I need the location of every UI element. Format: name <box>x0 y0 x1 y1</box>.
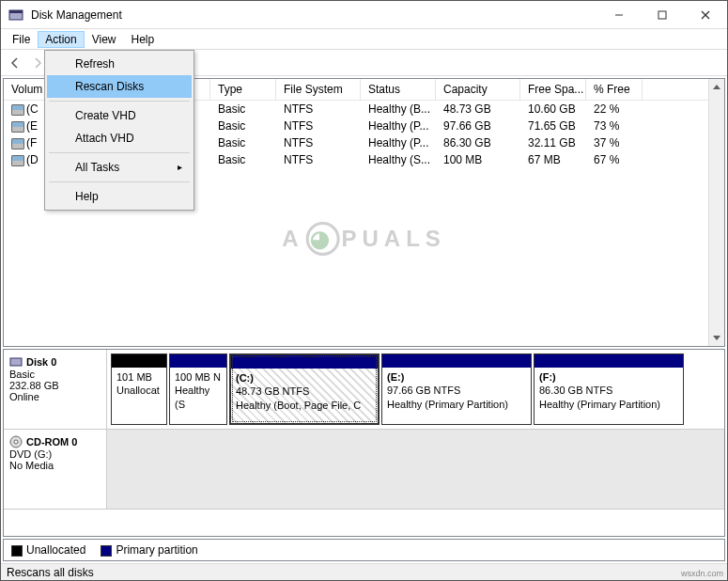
close-button[interactable] <box>684 1 727 29</box>
legend-primary: Primary partition <box>101 543 197 557</box>
col-status[interactable]: Status <box>361 79 436 100</box>
col-freespace[interactable]: Free Spa... <box>520 79 586 100</box>
disk-row: CD-ROM 0DVD (G:)No Media <box>4 430 724 510</box>
attribution: wsxdn.com <box>681 569 723 578</box>
menu-all-tasks[interactable]: All Tasks▸ <box>47 156 192 179</box>
disk-info[interactable]: CD-ROM 0DVD (G:)No Media <box>4 430 107 509</box>
drive-icon <box>11 104 24 116</box>
menu-rescan-disks[interactable]: Rescan Disks <box>47 75 192 98</box>
graphical-pane: Disk 0Basic232.88 GBOnline101 MBUnalloca… <box>3 349 725 537</box>
drive-icon <box>11 155 24 166</box>
menu-help-item[interactable]: Help <box>47 185 192 208</box>
disk-partitions: 101 MBUnallocat100 MB NHealthy (S(C:)48.… <box>107 350 724 429</box>
menu-refresh[interactable]: Refresh <box>47 53 192 75</box>
col-filesystem[interactable]: File System <box>276 79 361 100</box>
menu-file[interactable]: File <box>5 31 38 48</box>
chevron-right-icon: ▸ <box>178 162 182 172</box>
disk-info[interactable]: Disk 0Basic232.88 GBOnline <box>4 350 107 429</box>
partition[interactable]: 101 MBUnallocat <box>111 353 167 425</box>
svg-point-18 <box>14 440 18 444</box>
menu-create-vhd[interactable]: Create VHD <box>47 104 192 127</box>
back-button[interactable] <box>5 53 25 73</box>
menu-view[interactable]: View <box>85 31 124 48</box>
disk-partitions <box>107 430 724 509</box>
separator-icon <box>49 101 190 102</box>
menubar: File Action View Help <box>1 29 727 50</box>
col-capacity[interactable]: Capacity <box>436 79 520 100</box>
partition[interactable]: 100 MB NHealthy (S <box>169 353 227 425</box>
titlebar: Disk Management <box>1 1 727 29</box>
partition[interactable]: (E:)97.66 GB NTFSHealthy (Primary Partit… <box>381 353 532 425</box>
minimize-button[interactable] <box>597 1 641 29</box>
disk-icon <box>9 355 23 369</box>
partition[interactable]: (C:)48.73 GB NTFSHealthy (Boot, Page Fil… <box>229 353 379 425</box>
partition[interactable]: (F:)86.30 GB NTFSHealthy (Primary Partit… <box>534 353 684 425</box>
svg-rect-3 <box>658 11 666 19</box>
drive-icon <box>11 138 24 149</box>
cdrom-icon <box>9 435 23 448</box>
col-pctfree[interactable]: % Free <box>586 79 643 100</box>
app-icon <box>8 8 23 23</box>
svg-rect-16 <box>10 358 22 366</box>
menu-help[interactable]: Help <box>124 31 163 48</box>
legend-unallocated: Unallocated <box>11 543 85 557</box>
watermark: A ◕ PUALS <box>282 222 446 256</box>
menu-attach-vhd[interactable]: Attach VHD <box>47 127 192 149</box>
swatch-black-icon <box>11 545 23 557</box>
window-title: Disk Management <box>31 8 597 22</box>
maximize-button[interactable] <box>641 1 684 29</box>
svg-rect-1 <box>9 10 23 13</box>
vertical-scrollbar[interactable] <box>708 79 724 346</box>
status-text: Rescans all disks <box>7 566 94 579</box>
menu-action[interactable]: Action <box>38 31 84 48</box>
legend: Unallocated Primary partition <box>3 539 725 561</box>
disk-row: Disk 0Basic232.88 GBOnline101 MBUnalloca… <box>4 350 724 430</box>
action-dropdown: Refresh Rescan Disks Create VHD Attach V… <box>44 50 194 211</box>
separator-icon <box>49 152 190 153</box>
statusbar: Rescans all disks <box>1 563 727 580</box>
separator-icon <box>49 181 190 182</box>
col-type[interactable]: Type <box>210 79 276 100</box>
swatch-blue-icon <box>101 545 112 557</box>
watermark-logo-icon: ◕ <box>306 222 340 256</box>
drive-icon <box>11 121 24 133</box>
